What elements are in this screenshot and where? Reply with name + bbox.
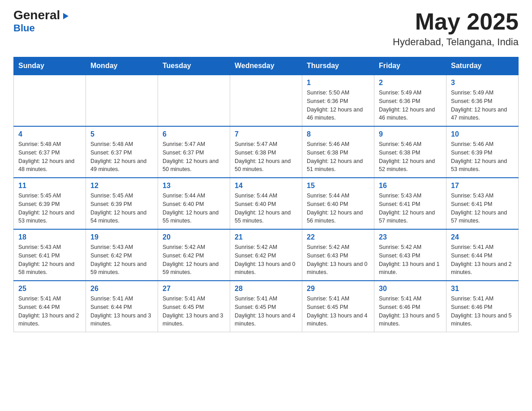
day-number: 3 (451, 79, 514, 87)
calendar-cell: 29Sunrise: 5:41 AMSunset: 6:45 PMDayligh… (302, 281, 374, 332)
week-row-2: 4Sunrise: 5:48 AMSunset: 6:37 PMDaylight… (14, 126, 519, 178)
calendar-cell: 16Sunrise: 5:43 AMSunset: 6:41 PMDayligh… (374, 178, 446, 229)
day-number: 31 (451, 285, 514, 293)
day-info: Sunrise: 5:41 AMSunset: 6:44 PMDaylight:… (18, 295, 81, 328)
calendar-cell: 14Sunrise: 5:44 AMSunset: 6:40 PMDayligh… (230, 178, 302, 229)
day-number: 24 (451, 233, 514, 241)
calendar-cell: 15Sunrise: 5:44 AMSunset: 6:40 PMDayligh… (302, 178, 374, 229)
day-number: 16 (379, 182, 442, 190)
calendar-cell: 18Sunrise: 5:43 AMSunset: 6:41 PMDayligh… (14, 229, 86, 281)
calendar-header-row: SundayMondayTuesdayWednesdayThursdayFrid… (14, 57, 519, 75)
calendar-cell: 28Sunrise: 5:41 AMSunset: 6:45 PMDayligh… (230, 281, 302, 332)
logo-general-text: General (13, 9, 69, 22)
calendar-cell: 5Sunrise: 5:48 AMSunset: 6:37 PMDaylight… (86, 126, 158, 178)
logo-triangle (61, 10, 69, 22)
day-number: 25 (18, 285, 81, 293)
calendar-cell: 9Sunrise: 5:46 AMSunset: 6:38 PMDaylight… (374, 126, 446, 178)
day-info: Sunrise: 5:42 AMSunset: 6:43 PMDaylight:… (379, 243, 442, 277)
day-info: Sunrise: 5:45 AMSunset: 6:39 PMDaylight:… (18, 192, 81, 225)
calendar-cell: 3Sunrise: 5:49 AMSunset: 6:36 PMDaylight… (446, 75, 519, 126)
week-row-5: 25Sunrise: 5:41 AMSunset: 6:44 PMDayligh… (14, 281, 519, 332)
day-number: 15 (307, 182, 369, 190)
day-header-monday: Monday (86, 57, 158, 75)
title-area: May 2025 Hyderabad, Telangana, India (393, 9, 519, 48)
calendar-cell: 6Sunrise: 5:47 AMSunset: 6:37 PMDaylight… (158, 126, 230, 178)
day-info: Sunrise: 5:49 AMSunset: 6:36 PMDaylight:… (379, 89, 442, 122)
day-number: 9 (379, 130, 442, 138)
calendar-cell: 20Sunrise: 5:42 AMSunset: 6:42 PMDayligh… (158, 229, 230, 281)
day-info: Sunrise: 5:41 AMSunset: 6:46 PMDaylight:… (379, 295, 442, 328)
day-number: 11 (18, 182, 81, 190)
day-number: 19 (90, 233, 153, 241)
calendar-cell (86, 75, 158, 126)
day-number: 26 (90, 285, 153, 293)
calendar-cell: 1Sunrise: 5:50 AMSunset: 6:36 PMDaylight… (302, 75, 374, 126)
day-info: Sunrise: 5:41 AMSunset: 6:45 PMDaylight:… (307, 295, 369, 328)
calendar-cell: 17Sunrise: 5:43 AMSunset: 6:41 PMDayligh… (446, 178, 519, 229)
week-row-3: 11Sunrise: 5:45 AMSunset: 6:39 PMDayligh… (14, 178, 519, 229)
day-number: 2 (379, 79, 442, 87)
day-info: Sunrise: 5:46 AMSunset: 6:38 PMDaylight:… (379, 140, 442, 174)
day-info: Sunrise: 5:44 AMSunset: 6:40 PMDaylight:… (307, 192, 369, 225)
day-info: Sunrise: 5:43 AMSunset: 6:41 PMDaylight:… (18, 243, 81, 277)
day-info: Sunrise: 5:48 AMSunset: 6:37 PMDaylight:… (90, 140, 153, 174)
location-title: Hyderabad, Telangana, India (393, 36, 519, 48)
logo: General Blue (13, 9, 69, 34)
day-info: Sunrise: 5:44 AMSunset: 6:40 PMDaylight:… (235, 192, 297, 225)
day-header-friday: Friday (374, 57, 446, 75)
day-info: Sunrise: 5:46 AMSunset: 6:39 PMDaylight:… (451, 140, 514, 174)
day-number: 7 (235, 130, 297, 138)
day-info: Sunrise: 5:49 AMSunset: 6:36 PMDaylight:… (451, 89, 514, 122)
svg-marker-0 (63, 13, 69, 19)
logo-blue-text: Blue (13, 22, 35, 34)
day-number: 29 (307, 285, 369, 293)
day-number: 22 (307, 233, 369, 241)
calendar-cell: 22Sunrise: 5:42 AMSunset: 6:43 PMDayligh… (302, 229, 374, 281)
calendar-cell: 26Sunrise: 5:41 AMSunset: 6:44 PMDayligh… (86, 281, 158, 332)
week-row-4: 18Sunrise: 5:43 AMSunset: 6:41 PMDayligh… (14, 229, 519, 281)
day-info: Sunrise: 5:42 AMSunset: 6:43 PMDaylight:… (307, 243, 369, 277)
day-header-thursday: Thursday (302, 57, 374, 75)
day-number: 20 (163, 233, 225, 241)
day-info: Sunrise: 5:42 AMSunset: 6:42 PMDaylight:… (163, 243, 225, 277)
calendar-cell: 19Sunrise: 5:43 AMSunset: 6:42 PMDayligh… (86, 229, 158, 281)
day-header-wednesday: Wednesday (230, 57, 302, 75)
calendar-cell: 12Sunrise: 5:45 AMSunset: 6:39 PMDayligh… (86, 178, 158, 229)
month-title: May 2025 (393, 9, 519, 34)
day-number: 23 (379, 233, 442, 241)
calendar-cell: 10Sunrise: 5:46 AMSunset: 6:39 PMDayligh… (446, 126, 519, 178)
day-number: 18 (18, 233, 81, 241)
day-number: 28 (235, 285, 297, 293)
calendar-cell: 30Sunrise: 5:41 AMSunset: 6:46 PMDayligh… (374, 281, 446, 332)
calendar-cell: 24Sunrise: 5:41 AMSunset: 6:44 PMDayligh… (446, 229, 519, 281)
day-info: Sunrise: 5:41 AMSunset: 6:46 PMDaylight:… (451, 295, 514, 328)
day-header-saturday: Saturday (446, 57, 519, 75)
day-info: Sunrise: 5:45 AMSunset: 6:39 PMDaylight:… (90, 192, 153, 225)
calendar-cell: 7Sunrise: 5:47 AMSunset: 6:38 PMDaylight… (230, 126, 302, 178)
calendar-cell: 23Sunrise: 5:42 AMSunset: 6:43 PMDayligh… (374, 229, 446, 281)
calendar-cell: 4Sunrise: 5:48 AMSunset: 6:37 PMDaylight… (14, 126, 86, 178)
calendar-cell: 21Sunrise: 5:42 AMSunset: 6:42 PMDayligh… (230, 229, 302, 281)
day-info: Sunrise: 5:43 AMSunset: 6:41 PMDaylight:… (451, 192, 514, 225)
day-number: 5 (90, 130, 153, 138)
day-info: Sunrise: 5:47 AMSunset: 6:37 PMDaylight:… (163, 140, 225, 174)
day-number: 6 (163, 130, 225, 138)
calendar: SundayMondayTuesdayWednesdayThursdayFrid… (13, 57, 519, 332)
day-header-sunday: Sunday (14, 57, 86, 75)
day-info: Sunrise: 5:48 AMSunset: 6:37 PMDaylight:… (18, 140, 81, 174)
day-number: 21 (235, 233, 297, 241)
header: General Blue May 2025 Hyderabad, Telanga… (13, 9, 519, 48)
day-number: 1 (307, 79, 369, 87)
day-number: 13 (163, 182, 225, 190)
day-number: 8 (307, 130, 369, 138)
week-row-1: 1Sunrise: 5:50 AMSunset: 6:36 PMDaylight… (14, 75, 519, 126)
day-info: Sunrise: 5:41 AMSunset: 6:44 PMDaylight:… (90, 295, 153, 328)
day-info: Sunrise: 5:50 AMSunset: 6:36 PMDaylight:… (307, 89, 369, 122)
day-info: Sunrise: 5:43 AMSunset: 6:42 PMDaylight:… (90, 243, 153, 277)
day-number: 30 (379, 285, 442, 293)
day-info: Sunrise: 5:47 AMSunset: 6:38 PMDaylight:… (235, 140, 297, 174)
day-info: Sunrise: 5:41 AMSunset: 6:45 PMDaylight:… (235, 295, 297, 328)
calendar-cell (158, 75, 230, 126)
day-info: Sunrise: 5:44 AMSunset: 6:40 PMDaylight:… (163, 192, 225, 225)
day-number: 4 (18, 130, 81, 138)
